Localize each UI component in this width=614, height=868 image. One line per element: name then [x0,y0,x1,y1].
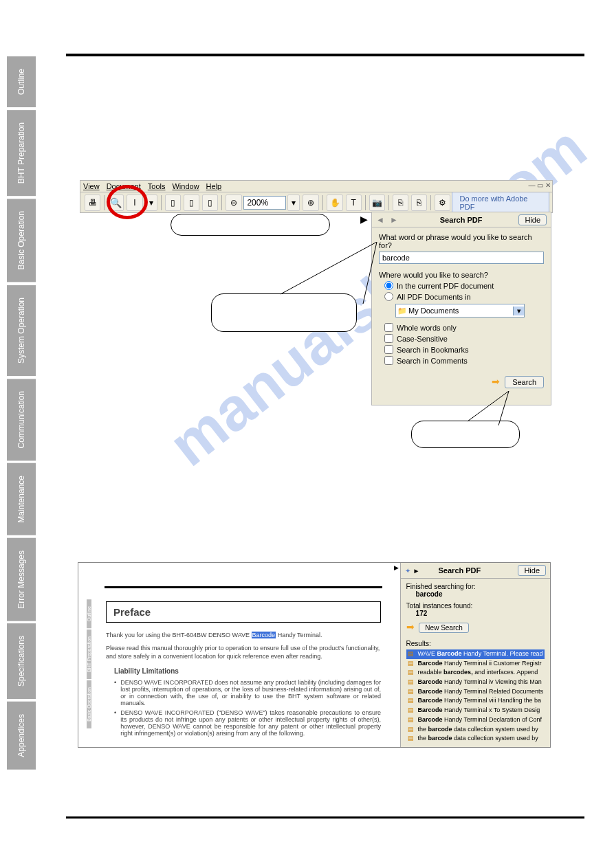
chk-bookmarks-label: Search in Bookmarks [397,346,469,354]
copy-button[interactable]: ⎘ [393,194,408,211]
folder-combo-value: My Documents [408,307,513,315]
search-query-label: What word or phrase would you like to se… [379,233,544,249]
select-dropdown[interactable]: ▾ [146,194,157,211]
zoom-in-button[interactable]: ⊕ [303,194,319,211]
gear-icon[interactable]: ✦ [405,567,410,575]
menu-view[interactable]: View [83,182,100,190]
search-where-label: Where would you like to search? [379,271,544,279]
print-button[interactable]: 🖶 [85,194,100,211]
result-item[interactable]: ▤the barcode data collection system used… [406,734,545,744]
select-tool-button[interactable]: I [127,194,142,211]
search-binoculars-button[interactable]: 🔍 [108,194,124,211]
preface-line2: Please read this manual thoroughly prior… [106,644,381,660]
results-hide-button[interactable]: Hide [518,565,546,576]
new-search-button[interactable]: New Search [419,623,468,633]
results-screenshot: ▶ Outline BHT Preparation Basic Operatio… [78,562,551,748]
finished-label: Finished searching for: [406,583,545,590]
chk-case[interactable] [384,334,393,343]
page-top-rule [66,54,584,56]
snapshot-button[interactable]: 📷 [369,194,385,211]
acrobat-window: View Document Tools Window Help — ▭ ✕ 🖶 … [80,180,553,213]
callout-tail-2 [281,242,384,311]
page-icon: ▤ [408,706,416,715]
window-controls[interactable]: — ▭ ✕ [528,181,551,189]
sidebar-tab-error-msgs[interactable]: Error Messages [7,538,36,621]
search-pane-title: Search PDF [440,216,483,224]
menu-window[interactable]: Window [172,182,199,190]
inner-tab-outline[interactable]: Outline [87,599,91,628]
chk-bookmarks[interactable] [384,345,393,354]
folder-icon: 📁 [396,307,408,315]
paste-button[interactable]: ⎘ [411,194,427,211]
radio-current-doc[interactable] [384,281,393,290]
page-button[interactable]: ▯ [165,194,181,211]
menu-document[interactable]: Document [107,182,141,190]
result-item[interactable]: ▤the barcode data collection system used… [406,725,545,735]
facing-button[interactable]: ▯ [184,194,199,211]
result-item[interactable]: ▤Barcode Handy Terminal viii Handling th… [406,696,545,706]
result-item[interactable]: ▤Barcode Handy Terminal iv Viewing this … [406,678,545,687]
panel-arrow-icon[interactable]: ▶ [394,564,399,571]
sidebar-tab-specs[interactable]: Specifications [7,623,36,699]
menu-help[interactable]: Help [206,182,222,190]
radio-all-docs[interactable] [384,292,393,301]
zoom-dropdown[interactable]: ▾ [287,194,300,211]
result-item[interactable]: ▤Barcode Handy Terminal x To System Desi… [406,706,545,715]
separator [221,195,222,210]
sidebar-tab-system-op[interactable]: System Operation [7,285,36,376]
result-item[interactable]: ▤readable barcodes, and interfaces. Appe… [406,668,545,678]
folder-combo[interactable]: 📁 My Documents ▾ [395,304,525,318]
inner-tab-bht[interactable]: BHT Preparation [87,630,91,679]
result-item[interactable]: ▤Barcode Handy Terminal Related Document… [406,687,545,697]
page-icon: ▤ [408,678,416,687]
sidebar-tab-appendices[interactable]: Appendices [7,702,36,770]
hand-tool-button[interactable]: ✋ [327,194,342,211]
chk-case-label: Case-Sensitive [397,335,448,343]
page-icon: ▤ [408,697,416,705]
callout-tail-3 [468,391,523,432]
continuous-button[interactable]: ▯ [202,194,218,211]
inner-tab-basic[interactable]: Basic Operation [87,680,91,728]
sidebar-tab-communication[interactable]: Communication [7,379,36,460]
sidebar-tab-bht-prep[interactable]: BHT Preparation [7,110,36,196]
more-tools-button[interactable]: ⚙ [435,194,450,211]
zoom-input[interactable] [243,196,286,210]
text-tool-button[interactable]: T [346,194,362,211]
zoom-out-button[interactable]: ⊖ [226,194,242,211]
sidebar-tab-basic-op[interactable]: Basic Operation [7,199,36,282]
menu-bar: View Document Tools Window Help — ▭ ✕ [80,180,553,192]
panel-expand-arrow[interactable]: ▶ [360,214,368,225]
result-item[interactable]: ▤WAVE Barcode Handy Terminal. Please rea… [406,649,545,659]
bullet-item-1: •DENSO WAVE INCORPORATED does not assume… [114,679,381,706]
separator [322,195,323,210]
nav-forward-icon[interactable]: ► [413,567,420,575]
separator [161,195,162,210]
chk-whole-words[interactable] [384,323,393,332]
doc-content: Preface Thank you for using the BHT-604B… [106,601,381,739]
result-item[interactable]: ▤Barcode Handy Terminal Declaration of C… [406,715,545,725]
nav-back-icon[interactable]: ◄ [376,215,384,225]
search-term: barcode [416,590,545,598]
preface-heading-box: Preface [106,601,381,623]
sidebar-tab-outline[interactable]: Outline [7,56,36,107]
sidebar-tab-maintenance[interactable]: Maintenance [7,463,36,535]
hide-button[interactable]: Hide [518,214,547,225]
manual-sidebar-tabs: Outline BHT Preparation Basic Operation … [7,56,36,772]
search-button[interactable]: Search [505,376,544,388]
search-results-pane: ✦ ► Search PDF Hide Finished searching f… [401,563,550,747]
results-label: Results: [406,640,545,647]
page-icon: ▤ [408,716,416,724]
doc-top-rule [105,586,382,588]
page-icon: ▤ [408,650,416,658]
dropdown-icon[interactable]: ▾ [513,307,524,315]
adobe-promo-button[interactable]: Do more with Adobe PDF [452,191,549,214]
nav-forward-icon[interactable]: ► [390,215,398,225]
results-header: ✦ ► Search PDF Hide [401,563,550,579]
page-icon: ▤ [408,688,416,696]
menu-tools[interactable]: Tools [148,182,166,190]
result-item[interactable]: ▤Barcode Handy Terminal ii Customer Regi… [406,659,545,669]
total-value: 172 [416,610,545,617]
search-query-input[interactable] [379,252,544,264]
chk-comments[interactable] [384,356,393,365]
search-pdf-pane: ◄ ► Search PDF Hide What word or phrase … [371,212,551,405]
